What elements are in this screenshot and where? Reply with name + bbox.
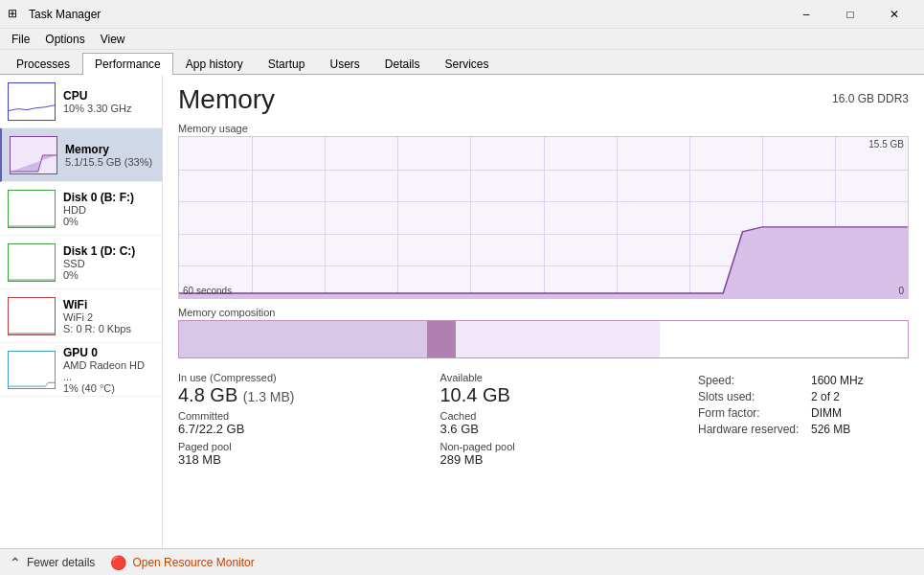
disk0-thumb: [8, 190, 56, 228]
content-header: Memory 16.0 GB DDR3: [178, 84, 909, 115]
svg-marker-1: [179, 227, 908, 298]
minimize-button[interactable]: –: [784, 0, 828, 29]
sidebar-item-cpu[interactable]: CPU 10% 3.30 GHz: [0, 75, 162, 128]
stat-inuse: In use (Compressed) 4.8 GB (1.3 MB): [178, 370, 421, 408]
stat-slots-row: Slots used: 2 of 2: [698, 390, 909, 403]
tab-users[interactable]: Users: [317, 53, 372, 74]
comp-seg-free: [660, 321, 908, 357]
sidebar-item-memory[interactable]: Memory 5.1/15.5 GB (33%): [0, 128, 162, 182]
menu-options[interactable]: Options: [37, 31, 92, 48]
fewer-details-button[interactable]: ⌃ Fewer details: [10, 555, 95, 570]
comp-seg-modified: [427, 321, 456, 357]
memory-badge: 16.0 GB DDR3: [832, 92, 909, 105]
maximize-button[interactable]: □: [828, 0, 872, 29]
sidebar-item-disk0[interactable]: Disk 0 (B: F:) HDD 0%: [0, 182, 162, 236]
stat-committed: Committed 6.7/22.2 GB: [178, 408, 421, 439]
graph-time-right: 0: [898, 286, 904, 296]
stat-form-row: Form factor: DIMM: [698, 406, 909, 420]
tab-bar: Processes Performance App history Startu…: [0, 50, 924, 75]
tab-processes[interactable]: Processes: [4, 53, 82, 74]
memory-usage-section: Memory usage: [178, 123, 909, 299]
stat-hwreserved-row: Hardware reserved: 526 MB: [698, 423, 909, 436]
app-icon: ⊞: [8, 7, 23, 22]
cpu-label: CPU 10% 3.30 GHz: [63, 89, 154, 114]
tab-services[interactable]: Services: [433, 53, 502, 74]
title-bar: ⊞ Task Manager – □ ✕: [0, 0, 924, 29]
left-stats: In use (Compressed) 4.8 GB (1.3 MB) Avai…: [178, 370, 683, 469]
wifi-thumb: [8, 297, 56, 335]
cpu-thumb: [8, 82, 56, 121]
stat-nonpaged: Non-paged pool 289 MB: [440, 439, 684, 470]
fewer-details-label: Fewer details: [27, 556, 95, 569]
chevron-up-icon: ⌃: [10, 555, 21, 570]
main-content: CPU 10% 3.30 GHz Memory 5.1/15.5 GB (33%…: [0, 75, 924, 548]
graph-time-left: 60 seconds: [183, 286, 232, 296]
stat-speed-row: Speed: 1600 MHz: [698, 374, 909, 387]
title-bar-text: Task Manager: [29, 8, 784, 21]
disk1-label: Disk 1 (D: C:) SSD 0%: [63, 244, 154, 281]
sidebar-item-wifi[interactable]: WiFi WiFi 2 S: 0 R: 0 Kbps: [0, 289, 162, 343]
tab-app-history[interactable]: App history: [173, 53, 256, 74]
stat-paged: Paged pool 318 MB: [178, 439, 421, 470]
memory-label: Memory 5.1/15.5 GB (33%): [65, 143, 154, 168]
gpu0-label: GPU 0 AMD Radeon HD ... 1% (40 °C): [63, 346, 154, 394]
memory-graph-svg: [179, 137, 908, 298]
stats-grid: In use (Compressed) 4.8 GB (1.3 MB) Avai…: [178, 370, 683, 469]
memory-usage-label: Memory usage: [178, 123, 909, 134]
menu-file[interactable]: File: [4, 31, 37, 48]
disk1-thumb: [8, 243, 56, 282]
wifi-label: WiFi WiFi 2 S: 0 R: 0 Kbps: [63, 298, 154, 334]
open-resource-monitor-link[interactable]: 🔴 Open Resource Monitor: [110, 555, 254, 570]
stat-available: Available 10.4 GB: [440, 370, 684, 408]
footer: ⌃ Fewer details 🔴 Open Resource Monitor: [0, 548, 924, 575]
tab-performance[interactable]: Performance: [82, 53, 173, 75]
tab-startup[interactable]: Startup: [256, 53, 318, 74]
composition-label: Memory composition: [178, 307, 909, 318]
stat-cached: Cached 3.6 GB: [440, 408, 684, 439]
tab-details[interactable]: Details: [372, 53, 433, 74]
memory-thumb: [10, 136, 57, 174]
memory-composition-section: Memory composition: [178, 307, 909, 358]
composition-bar: [178, 320, 909, 358]
graph-max-label: 15.5 GB: [868, 139, 904, 150]
disk0-label: Disk 0 (B: F:) HDD 0%: [63, 191, 154, 227]
inuse-value: 4.8 GB (1.3 MB): [178, 383, 421, 406]
page-title: Memory: [178, 84, 275, 115]
stats-area: In use (Compressed) 4.8 GB (1.3 MB) Avai…: [178, 370, 909, 469]
right-stats: Speed: 1600 MHz Slots used: 2 of 2 Form …: [698, 370, 909, 469]
comp-seg-inuse: [179, 321, 427, 357]
menu-bar: File Options View: [0, 29, 924, 50]
sidebar: CPU 10% 3.30 GHz Memory 5.1/15.5 GB (33%…: [0, 75, 163, 548]
content-panel: Memory 16.0 GB DDR3 Memory usage: [163, 75, 924, 548]
title-bar-controls: – □ ✕: [784, 0, 916, 29]
sidebar-item-disk1[interactable]: Disk 1 (D: C:) SSD 0%: [0, 236, 162, 289]
gpu0-thumb: [8, 351, 56, 389]
comp-seg-standby: [456, 321, 660, 357]
sidebar-item-gpu0[interactable]: GPU 0 AMD Radeon HD ... 1% (40 °C): [0, 343, 162, 397]
monitor-icon: 🔴: [110, 555, 126, 570]
menu-view[interactable]: View: [93, 31, 133, 48]
close-button[interactable]: ✕: [872, 0, 916, 29]
memory-usage-graph: 15.5 GB 60 seconds 0: [178, 136, 909, 299]
open-monitor-label: Open Resource Monitor: [132, 556, 254, 569]
